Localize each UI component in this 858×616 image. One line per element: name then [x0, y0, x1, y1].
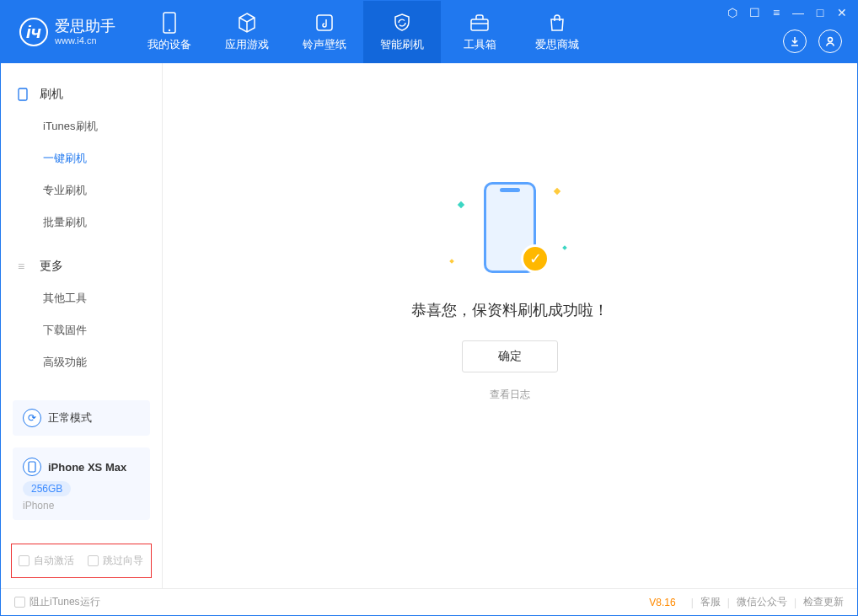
device-type: iPhone — [23, 500, 140, 512]
download-button[interactable] — [783, 29, 807, 53]
group-title: 更多 — [40, 259, 63, 274]
nav-ringtone-wallpaper[interactable]: 铃声壁纸 — [286, 1, 363, 63]
device-name: iPhone XS Max — [48, 461, 126, 474]
storage-badge: 256GB — [23, 481, 71, 496]
logo-area: iч 爱思助手 www.i4.cn — [1, 1, 131, 63]
flash-options-highlight: 自动激活 跳过向导 — [11, 544, 152, 578]
svg-rect-3 — [471, 19, 488, 30]
header-right-buttons — [783, 29, 842, 53]
close-icon[interactable]: ✕ — [835, 6, 849, 19]
nav-label: 应用游戏 — [225, 37, 269, 52]
checkbox-label: 自动激活 — [34, 554, 74, 568]
sync-shield-icon — [391, 12, 413, 34]
svg-rect-6 — [29, 462, 35, 472]
nav-label: 智能刷机 — [380, 37, 424, 52]
sidebar-item-advanced[interactable]: 高级功能 — [1, 346, 162, 378]
footer: 阻止iTunes运行 V8.16 | 客服 | 微信公众号 | 检查更新 — [1, 588, 857, 615]
checkbox-icon — [19, 555, 29, 566]
app-window: iч 爱思助手 www.i4.cn 我的设备 应用游戏 铃声壁纸 智能刷机 — [0, 0, 858, 616]
main-content: ✓ 恭喜您，保资料刷机成功啦！ 确定 查看日志 — [163, 63, 857, 588]
sidebar-list: 刷机 iTunes刷机 一键刷机 专业刷机 批量刷机 ≡ 更多 其他工具 下载固… — [1, 63, 162, 394]
checkbox-icon — [88, 555, 99, 566]
version-label: V8.16 — [649, 597, 675, 608]
group-title: 刷机 — [40, 87, 63, 102]
cube-icon — [236, 12, 258, 34]
device-icon — [158, 12, 180, 34]
header: iч 爱思助手 www.i4.cn 我的设备 应用游戏 铃声壁纸 智能刷机 — [1, 1, 857, 63]
logo-icon: iч — [19, 18, 48, 46]
success-illustration: ✓ — [447, 182, 573, 283]
sidebar-item-other-tools[interactable]: 其他工具 — [1, 282, 162, 314]
minimize-icon[interactable]: ― — [791, 6, 805, 19]
sidebar-item-batch-flash[interactable]: 批量刷机 — [1, 206, 162, 238]
toolbox-icon — [469, 12, 491, 34]
nav-apps-games[interactable]: 应用游戏 — [208, 1, 286, 63]
list-icon: ≡ — [18, 260, 31, 273]
nav-label: 我的设备 — [147, 37, 191, 52]
device-icon — [23, 458, 41, 476]
sidebar: 刷机 iTunes刷机 一键刷机 专业刷机 批量刷机 ≡ 更多 其他工具 下载固… — [1, 63, 163, 588]
checkbox-block-itunes[interactable]: 阻止iTunes运行 — [14, 595, 100, 609]
device-card[interactable]: iPhone XS Max 256GB iPhone — [13, 447, 150, 520]
svg-rect-2 — [317, 15, 332, 30]
phone-icon — [18, 88, 31, 101]
check-update-link[interactable]: 检查更新 — [803, 595, 844, 609]
support-link[interactable]: 客服 — [700, 595, 721, 609]
nav-smart-flash[interactable]: 智能刷机 — [363, 1, 441, 63]
sidebar-item-oneclick-flash[interactable]: 一键刷机 — [1, 142, 162, 174]
success-message: 恭喜您，保资料刷机成功啦！ — [411, 300, 609, 320]
ok-button[interactable]: 确定 — [462, 340, 558, 372]
main-nav: 我的设备 应用游戏 铃声壁纸 智能刷机 工具箱 爱思商城 — [131, 1, 596, 63]
nav-label: 铃声壁纸 — [303, 37, 346, 52]
nav-label: 工具箱 — [464, 37, 496, 52]
svg-point-4 — [829, 38, 833, 42]
app-title: 爱思助手 — [55, 19, 115, 35]
shirt-icon[interactable]: ⬡ — [726, 6, 739, 19]
app-subtitle: www.i4.cn — [55, 35, 115, 46]
svg-point-1 — [169, 29, 170, 31]
checkbox-icon — [14, 597, 25, 608]
feedback-icon[interactable]: ☐ — [748, 6, 761, 19]
sidebar-item-pro-flash[interactable]: 专业刷机 — [1, 174, 162, 206]
mode-card[interactable]: ⟳ 正常模式 — [13, 400, 150, 436]
view-log-link[interactable]: 查看日志 — [490, 388, 530, 402]
svg-rect-5 — [19, 88, 27, 100]
maximize-icon[interactable]: □ — [813, 6, 827, 19]
check-badge-icon: ✓ — [521, 244, 550, 273]
bag-icon — [546, 12, 568, 34]
nav-toolbox[interactable]: 工具箱 — [441, 1, 518, 63]
checkbox-skip-guide[interactable]: 跳过向导 — [88, 554, 143, 568]
logo-text: 爱思助手 www.i4.cn — [55, 19, 115, 46]
sidebar-item-itunes-flash[interactable]: iTunes刷机 — [1, 110, 162, 142]
checkbox-label: 跳过向导 — [103, 554, 143, 568]
nav-my-device[interactable]: 我的设备 — [131, 1, 208, 63]
window-controls: ⬡ ☐ ≡ ― □ ✕ — [726, 6, 849, 19]
sync-icon: ⟳ — [23, 409, 41, 427]
mode-label: 正常模式 — [48, 410, 92, 426]
wechat-link[interactable]: 微信公众号 — [737, 595, 787, 609]
music-note-icon — [314, 12, 335, 34]
checkbox-label: 阻止iTunes运行 — [29, 595, 100, 609]
sidebar-group-flash: 刷机 — [1, 78, 162, 110]
nav-store[interactable]: 爱思商城 — [518, 1, 596, 63]
checkbox-auto-activate[interactable]: 自动激活 — [19, 554, 74, 568]
sidebar-item-download-firmware[interactable]: 下载固件 — [1, 314, 162, 346]
menu-icon[interactable]: ≡ — [770, 6, 783, 19]
sidebar-group-more: ≡ 更多 — [1, 250, 162, 282]
nav-label: 爱思商城 — [535, 37, 579, 52]
body: 刷机 iTunes刷机 一键刷机 专业刷机 批量刷机 ≡ 更多 其他工具 下载固… — [1, 63, 857, 588]
user-button[interactable] — [818, 29, 842, 53]
